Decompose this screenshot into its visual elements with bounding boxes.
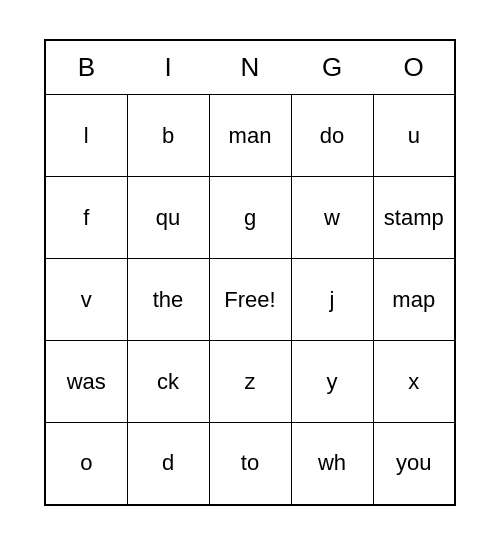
header-cell-o: O xyxy=(373,40,455,95)
table-cell: to xyxy=(209,423,291,505)
table-cell: f xyxy=(45,177,127,259)
header-cell-i: I xyxy=(127,40,209,95)
table-cell: u xyxy=(373,95,455,177)
table-cell: d xyxy=(127,423,209,505)
bingo-table: BINGO lbmandoufqugwstampvtheFree!jmapwas… xyxy=(44,39,456,506)
header-row: BINGO xyxy=(45,40,455,95)
table-cell: do xyxy=(291,95,373,177)
header-cell-g: G xyxy=(291,40,373,95)
table-cell: z xyxy=(209,341,291,423)
bingo-card: BINGO lbmandoufqugwstampvtheFree!jmapwas… xyxy=(44,39,456,506)
table-row: vtheFree!jmap xyxy=(45,259,455,341)
table-cell: qu xyxy=(127,177,209,259)
table-cell: wh xyxy=(291,423,373,505)
header-cell-b: B xyxy=(45,40,127,95)
table-cell: o xyxy=(45,423,127,505)
header-cell-n: N xyxy=(209,40,291,95)
table-cell: l xyxy=(45,95,127,177)
table-cell: you xyxy=(373,423,455,505)
table-cell: Free! xyxy=(209,259,291,341)
table-row: wasckzyx xyxy=(45,341,455,423)
table-row: lbmandou xyxy=(45,95,455,177)
table-cell: j xyxy=(291,259,373,341)
table-cell: b xyxy=(127,95,209,177)
table-cell: map xyxy=(373,259,455,341)
table-cell: v xyxy=(45,259,127,341)
table-cell: x xyxy=(373,341,455,423)
table-cell: y xyxy=(291,341,373,423)
table-cell: g xyxy=(209,177,291,259)
table-row: odtowhyou xyxy=(45,423,455,505)
table-cell: ck xyxy=(127,341,209,423)
table-row: fqugwstamp xyxy=(45,177,455,259)
table-cell: man xyxy=(209,95,291,177)
table-cell: stamp xyxy=(373,177,455,259)
table-cell: was xyxy=(45,341,127,423)
table-cell: the xyxy=(127,259,209,341)
table-cell: w xyxy=(291,177,373,259)
